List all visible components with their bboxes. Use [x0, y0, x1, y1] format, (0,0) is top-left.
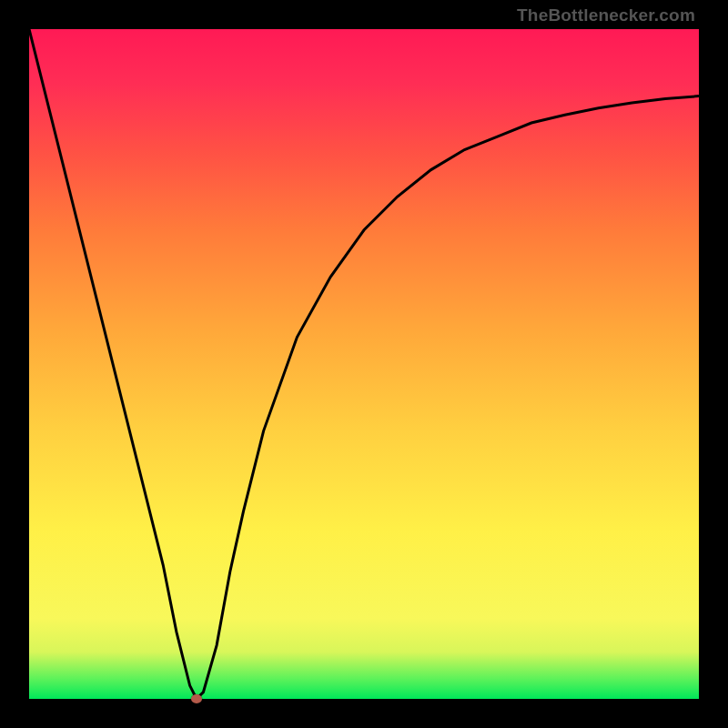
optimum-marker-icon	[191, 694, 202, 703]
branding-watermark: TheBottlenecker.com	[517, 5, 695, 25]
curve-svg	[29, 29, 699, 699]
plot-area	[29, 29, 699, 699]
bottleneck-curve-path	[29, 29, 699, 699]
chart-frame: TheBottlenecker.com	[0, 0, 728, 728]
